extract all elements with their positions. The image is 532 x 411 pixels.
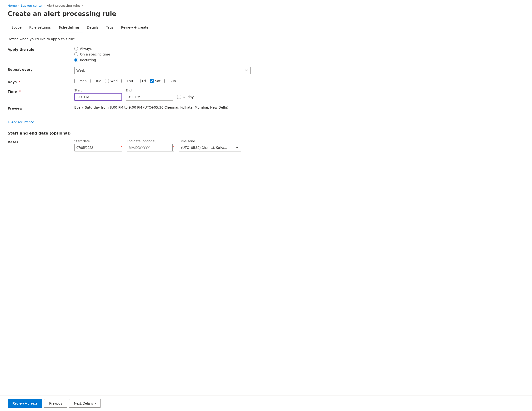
day-fri-checkbox[interactable] [137, 79, 141, 83]
radio-always-input[interactable] [74, 47, 78, 50]
radio-recurring-label: Recurring [80, 58, 96, 62]
start-end-date-section: Start and end date (optional) Dates Star… [8, 131, 278, 152]
timezone-select[interactable]: (UTC+05:30) Chennai, Kolka... (UTC+00:00… [179, 144, 241, 152]
day-thu[interactable]: Thu [122, 79, 133, 83]
end-date-calendar-icon[interactable]: 📅 [172, 144, 174, 151]
day-thu-label: Thu [127, 79, 133, 83]
radio-always[interactable]: Always [74, 47, 278, 50]
breadcrumb-sep-3: › [82, 4, 83, 7]
end-date-input-wrap: 📅 [127, 144, 174, 152]
end-time-field: End [126, 89, 173, 101]
page-title: Create an alert processing rule [8, 10, 116, 17]
radio-always-label: Always [80, 47, 92, 50]
preview-label: Preview [8, 105, 69, 110]
repeat-every-row: Repeat every Day Week Month [8, 67, 278, 74]
breadcrumb-backup-center[interactable]: Backup center [21, 4, 43, 7]
days-row: Days * Mon Tue Wed Thu [8, 79, 278, 84]
time-row: Time * Start End All day [8, 89, 278, 101]
tabs-container: Scope Rule settings Scheduling Details T… [8, 23, 278, 32]
days-group: Mon Tue Wed Thu Fri [74, 79, 278, 83]
radio-specific-time[interactable]: On a specific time [74, 52, 278, 56]
preview-row: Preview Every Saturday from 8:00 PM to 9… [8, 105, 278, 110]
apply-rule-row: Apply the rule Always On a specific time… [8, 47, 278, 62]
start-date-label: Start date [74, 139, 122, 143]
radio-specific-time-label: On a specific time [80, 52, 110, 56]
end-time-label: End [126, 89, 173, 92]
review-create-button[interactable]: Review + create [8, 399, 42, 408]
day-mon[interactable]: Mon [74, 79, 87, 83]
end-date-label: End date (optional) [127, 139, 174, 143]
previous-button[interactable]: Previous [44, 399, 67, 408]
day-wed-checkbox[interactable] [105, 79, 109, 83]
start-date-input-wrap: 📅 [74, 144, 122, 152]
time-fields: Start End All day [74, 89, 278, 101]
day-mon-checkbox[interactable] [74, 79, 78, 83]
breadcrumb-alert-rules: Alert processing rules [47, 4, 80, 7]
end-time-input[interactable] [126, 93, 173, 101]
day-wed-label: Wed [110, 79, 118, 83]
time-required-star: * [18, 90, 20, 93]
end-date-input[interactable] [127, 144, 172, 151]
start-time-input[interactable] [74, 93, 122, 101]
radio-recurring[interactable]: Recurring [74, 58, 278, 62]
radio-recurring-input[interactable] [74, 58, 78, 62]
day-mon-label: Mon [80, 79, 87, 83]
day-tue-checkbox[interactable] [90, 79, 94, 83]
start-time-field: Start [74, 89, 122, 101]
allday-option[interactable]: All day [177, 95, 194, 100]
day-sun-checkbox[interactable] [164, 79, 168, 83]
day-tue[interactable]: Tue [90, 79, 101, 83]
start-date-field: Start date 📅 [74, 139, 122, 152]
breadcrumb-home[interactable]: Home [8, 4, 17, 7]
end-date-field: End date (optional) 📅 [127, 139, 174, 152]
day-sun[interactable]: Sun [164, 79, 176, 83]
day-sun-label: Sun [170, 79, 176, 83]
repeat-every-label: Repeat every [8, 67, 69, 71]
allday-label: All day [182, 95, 194, 99]
day-thu-checkbox[interactable] [122, 79, 125, 83]
time-label: Time * [8, 89, 69, 93]
breadcrumb-sep-2: › [44, 4, 45, 7]
dates-label: Dates [8, 139, 69, 144]
tab-tags[interactable]: Tags [102, 23, 117, 32]
apply-rule-label: Apply the rule [8, 47, 69, 51]
dates-row: Dates Start date 📅 End date (optional) [8, 139, 278, 152]
apply-rule-radio-group: Always On a specific time Recurring [74, 47, 278, 62]
allday-checkbox[interactable] [177, 95, 181, 99]
tab-details[interactable]: Details [83, 23, 102, 32]
page-subtitle: Define when you'd like to apply this rul… [8, 37, 278, 41]
tab-rule-settings[interactable]: Rule settings [26, 23, 55, 32]
days-label: Days * [8, 79, 69, 84]
day-fri[interactable]: Fri [137, 79, 146, 83]
breadcrumb-sep-1: › [18, 4, 19, 7]
day-fri-label: Fri [142, 79, 146, 83]
start-date-calendar-icon[interactable]: 📅 [120, 144, 122, 151]
ellipsis-button[interactable]: ··· [119, 10, 126, 17]
tab-scheduling[interactable]: Scheduling [55, 23, 83, 32]
day-tue-label: Tue [96, 79, 101, 83]
day-sat-label: Sat [155, 79, 161, 83]
timezone-field: Time zone (UTC+05:30) Chennai, Kolka... … [179, 139, 241, 152]
add-recurrence-label: Add recurrence [11, 120, 34, 124]
day-sat[interactable]: Sat [150, 79, 161, 83]
start-date-input[interactable] [75, 144, 120, 151]
divider-1 [8, 115, 278, 115]
timezone-label: Time zone [179, 139, 241, 143]
radio-specific-time-input[interactable] [74, 52, 78, 56]
start-time-label: Start [74, 89, 122, 92]
preview-text: Every Saturday from 8:00 PM to 9:00 PM (… [74, 105, 228, 109]
day-sat-checkbox[interactable] [150, 79, 154, 83]
section-heading-dates: Start and end date (optional) [8, 131, 278, 135]
next-button[interactable]: Next: Details > [69, 399, 101, 408]
dates-fields: Start date 📅 End date (optional) 📅 [74, 139, 278, 152]
repeat-every-select[interactable]: Day Week Month [74, 67, 250, 74]
days-required-star: * [18, 80, 20, 84]
tab-scope[interactable]: Scope [8, 23, 26, 32]
footer: Review + create Previous Next: Details > [0, 395, 532, 411]
add-recurrence-button[interactable]: + Add recurrence [8, 119, 34, 125]
tab-review-create[interactable]: Review + create [117, 23, 152, 32]
breadcrumb: Home › Backup center › Alert processing … [8, 4, 278, 7]
plus-icon: + [8, 120, 10, 124]
day-wed[interactable]: Wed [105, 79, 118, 83]
